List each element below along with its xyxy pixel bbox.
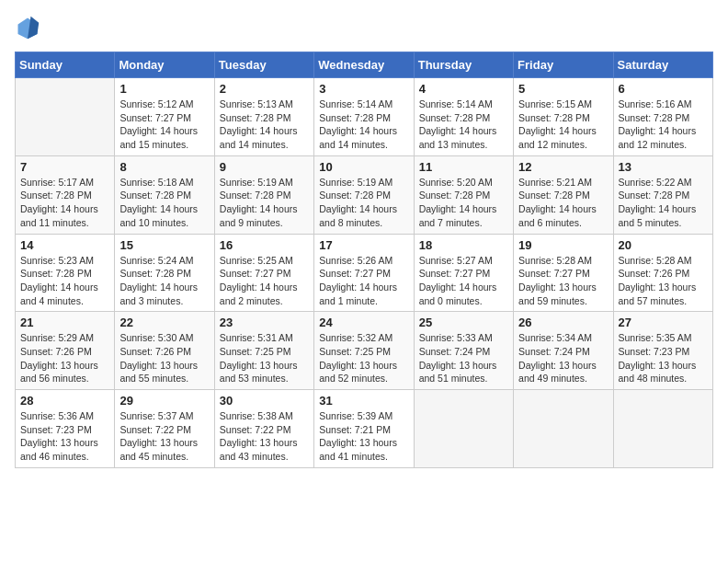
day-info: Sunrise: 5:13 AMSunset: 7:28 PMDaylight:… (220, 98, 309, 152)
calendar-cell: 18Sunrise: 5:27 AMSunset: 7:27 PMDayligh… (414, 234, 513, 312)
calendar-cell: 17Sunrise: 5:26 AMSunset: 7:27 PMDayligh… (314, 234, 414, 312)
day-number: 15 (119, 238, 209, 252)
day-number: 31 (319, 394, 408, 408)
day-number: 27 (619, 316, 708, 329)
day-info: Sunrise: 5:38 AMSunset: 7:22 PMDaylight:… (220, 409, 309, 464)
calendar-cell: 21Sunrise: 5:29 AMSunset: 7:26 PMDayligh… (16, 312, 115, 390)
day-number: 20 (619, 238, 708, 252)
day-info: Sunrise: 5:34 AMSunset: 7:24 PMDaylight:… (518, 331, 608, 385)
weekday-header-friday: Friday (514, 52, 613, 78)
calendar-cell: 28Sunrise: 5:36 AMSunset: 7:23 PMDayligh… (16, 390, 115, 468)
day-number: 21 (20, 316, 109, 329)
day-info: Sunrise: 5:27 AMSunset: 7:27 PMDaylight:… (419, 254, 508, 308)
day-number: 26 (518, 316, 608, 329)
day-info: Sunrise: 5:19 AMSunset: 7:28 PMDaylight:… (220, 176, 309, 230)
day-info: Sunrise: 5:14 AMSunset: 7:28 PMDaylight:… (319, 98, 408, 152)
day-number: 29 (119, 394, 209, 408)
calendar-cell: 30Sunrise: 5:38 AMSunset: 7:22 PMDayligh… (214, 390, 313, 468)
calendar-cell: 29Sunrise: 5:37 AMSunset: 7:22 PMDayligh… (115, 390, 214, 468)
page-header (15, 15, 713, 40)
day-number: 1 (119, 82, 209, 96)
day-number: 14 (20, 238, 109, 252)
logo (15, 15, 44, 40)
day-info: Sunrise: 5:14 AMSunset: 7:28 PMDaylight:… (419, 98, 508, 152)
week-row-4: 21Sunrise: 5:29 AMSunset: 7:26 PMDayligh… (16, 312, 713, 390)
day-number: 12 (518, 160, 608, 174)
calendar-cell: 15Sunrise: 5:24 AMSunset: 7:28 PMDayligh… (115, 234, 214, 312)
day-info: Sunrise: 5:21 AMSunset: 7:28 PMDaylight:… (518, 176, 608, 230)
day-number: 7 (20, 160, 109, 174)
day-info: Sunrise: 5:22 AMSunset: 7:28 PMDaylight:… (619, 176, 708, 230)
day-number: 11 (419, 160, 508, 174)
day-info: Sunrise: 5:35 AMSunset: 7:23 PMDaylight:… (619, 331, 708, 385)
calendar-cell: 27Sunrise: 5:35 AMSunset: 7:23 PMDayligh… (613, 312, 712, 390)
calendar-cell: 20Sunrise: 5:28 AMSunset: 7:26 PMDayligh… (613, 234, 712, 312)
day-number: 5 (518, 82, 608, 96)
week-row-5: 28Sunrise: 5:36 AMSunset: 7:23 PMDayligh… (16, 390, 713, 468)
calendar-cell: 16Sunrise: 5:25 AMSunset: 7:27 PMDayligh… (214, 234, 313, 312)
day-info: Sunrise: 5:29 AMSunset: 7:26 PMDaylight:… (20, 331, 109, 385)
calendar-cell (16, 78, 115, 156)
calendar-cell: 19Sunrise: 5:28 AMSunset: 7:27 PMDayligh… (514, 234, 613, 312)
calendar-cell: 31Sunrise: 5:39 AMSunset: 7:21 PMDayligh… (314, 390, 414, 468)
calendar-cell: 11Sunrise: 5:20 AMSunset: 7:28 PMDayligh… (414, 155, 513, 234)
calendar-cell: 4Sunrise: 5:14 AMSunset: 7:28 PMDaylight… (414, 78, 513, 156)
day-info: Sunrise: 5:25 AMSunset: 7:27 PMDaylight:… (220, 254, 309, 308)
calendar-cell: 14Sunrise: 5:23 AMSunset: 7:28 PMDayligh… (16, 234, 115, 312)
day-info: Sunrise: 5:32 AMSunset: 7:25 PMDaylight:… (319, 331, 408, 385)
weekday-header-row: SundayMondayTuesdayWednesdayThursdayFrid… (16, 52, 713, 78)
day-number: 2 (220, 82, 309, 96)
day-number: 9 (220, 160, 309, 174)
day-number: 13 (619, 160, 708, 174)
day-number: 4 (419, 82, 508, 96)
day-info: Sunrise: 5:18 AMSunset: 7:28 PMDaylight:… (119, 176, 209, 230)
day-info: Sunrise: 5:12 AMSunset: 7:27 PMDaylight:… (119, 98, 209, 152)
day-info: Sunrise: 5:36 AMSunset: 7:23 PMDaylight:… (20, 409, 109, 464)
day-info: Sunrise: 5:31 AMSunset: 7:25 PMDaylight:… (220, 331, 309, 385)
day-number: 19 (518, 238, 608, 252)
day-info: Sunrise: 5:37 AMSunset: 7:22 PMDaylight:… (119, 409, 209, 464)
day-info: Sunrise: 5:28 AMSunset: 7:27 PMDaylight:… (518, 254, 608, 308)
calendar-cell: 3Sunrise: 5:14 AMSunset: 7:28 PMDaylight… (314, 78, 414, 156)
day-info: Sunrise: 5:30 AMSunset: 7:26 PMDaylight:… (119, 331, 209, 385)
day-number: 3 (319, 82, 408, 96)
calendar-cell: 2Sunrise: 5:13 AMSunset: 7:28 PMDaylight… (214, 78, 313, 156)
day-info: Sunrise: 5:23 AMSunset: 7:28 PMDaylight:… (20, 254, 109, 308)
weekday-header-tuesday: Tuesday (214, 52, 313, 78)
calendar: SundayMondayTuesdayWednesdayThursdayFrid… (15, 52, 713, 468)
day-info: Sunrise: 5:28 AMSunset: 7:26 PMDaylight:… (619, 254, 708, 308)
calendar-cell: 6Sunrise: 5:16 AMSunset: 7:28 PMDaylight… (613, 78, 712, 156)
week-row-2: 7Sunrise: 5:17 AMSunset: 7:28 PMDaylight… (16, 155, 713, 234)
calendar-cell: 5Sunrise: 5:15 AMSunset: 7:28 PMDaylight… (514, 78, 613, 156)
calendar-cell: 24Sunrise: 5:32 AMSunset: 7:25 PMDayligh… (314, 312, 414, 390)
day-number: 17 (319, 238, 408, 252)
calendar-cell: 8Sunrise: 5:18 AMSunset: 7:28 PMDaylight… (115, 155, 214, 234)
day-number: 25 (419, 316, 508, 329)
week-row-1: 1Sunrise: 5:12 AMSunset: 7:27 PMDaylight… (16, 78, 713, 156)
day-info: Sunrise: 5:33 AMSunset: 7:24 PMDaylight:… (419, 331, 508, 385)
weekday-header-monday: Monday (115, 52, 214, 78)
calendar-cell: 7Sunrise: 5:17 AMSunset: 7:28 PMDaylight… (16, 155, 115, 234)
calendar-cell (613, 390, 712, 468)
weekday-header-thursday: Thursday (414, 52, 513, 78)
week-row-3: 14Sunrise: 5:23 AMSunset: 7:28 PMDayligh… (16, 234, 713, 312)
calendar-cell (514, 390, 613, 468)
calendar-cell: 13Sunrise: 5:22 AMSunset: 7:28 PMDayligh… (613, 155, 712, 234)
calendar-cell: 26Sunrise: 5:34 AMSunset: 7:24 PMDayligh… (514, 312, 613, 390)
calendar-cell: 1Sunrise: 5:12 AMSunset: 7:27 PMDaylight… (115, 78, 214, 156)
day-number: 23 (220, 316, 309, 329)
day-number: 24 (319, 316, 408, 329)
day-number: 28 (20, 394, 109, 408)
calendar-cell: 12Sunrise: 5:21 AMSunset: 7:28 PMDayligh… (514, 155, 613, 234)
day-number: 6 (619, 82, 708, 96)
weekday-header-wednesday: Wednesday (314, 52, 414, 78)
logo-icon (15, 15, 40, 40)
day-info: Sunrise: 5:24 AMSunset: 7:28 PMDaylight:… (119, 254, 209, 308)
calendar-cell: 10Sunrise: 5:19 AMSunset: 7:28 PMDayligh… (314, 155, 414, 234)
day-info: Sunrise: 5:39 AMSunset: 7:21 PMDaylight:… (319, 409, 408, 464)
calendar-cell: 9Sunrise: 5:19 AMSunset: 7:28 PMDaylight… (214, 155, 313, 234)
calendar-cell (414, 390, 513, 468)
day-number: 30 (220, 394, 309, 408)
day-number: 10 (319, 160, 408, 174)
day-number: 18 (419, 238, 508, 252)
